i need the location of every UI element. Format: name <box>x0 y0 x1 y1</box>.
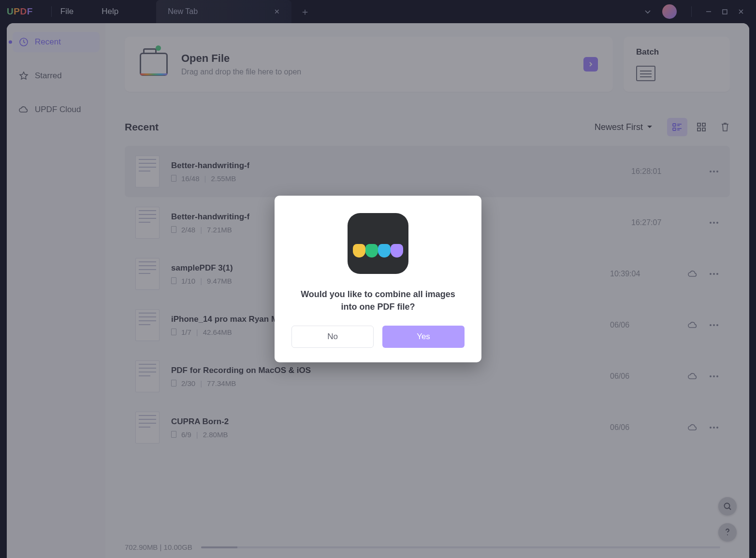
dialog-app-icon <box>348 213 408 274</box>
combine-images-dialog: Would you like to combine all images int… <box>275 196 481 362</box>
dialog-message: Would you like to combine all images int… <box>288 288 468 313</box>
dialog-yes-button[interactable]: Yes <box>382 326 465 348</box>
dialog-no-button[interactable]: No <box>291 326 374 348</box>
modal-overlay: Would you like to combine all images int… <box>0 0 756 558</box>
